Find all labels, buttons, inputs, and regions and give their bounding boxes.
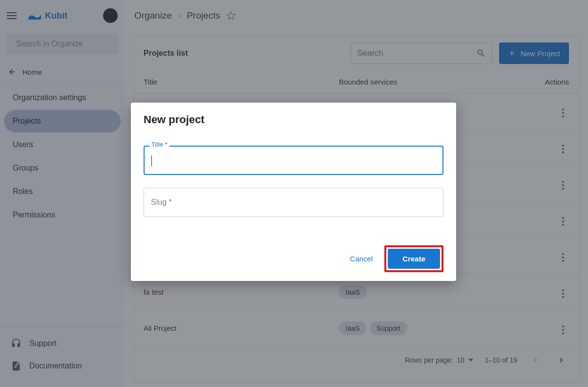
- modal-heading: New project: [144, 113, 443, 126]
- cancel-button[interactable]: Cancel: [343, 250, 380, 268]
- slug-field-wrap[interactable]: [144, 188, 443, 217]
- new-project-modal: New project Title * Cancel Create: [131, 103, 456, 281]
- title-field-wrap[interactable]: Title *: [144, 146, 443, 175]
- create-highlight: Create: [384, 245, 443, 272]
- create-button[interactable]: Create: [388, 249, 440, 269]
- slug-input[interactable]: [151, 198, 436, 207]
